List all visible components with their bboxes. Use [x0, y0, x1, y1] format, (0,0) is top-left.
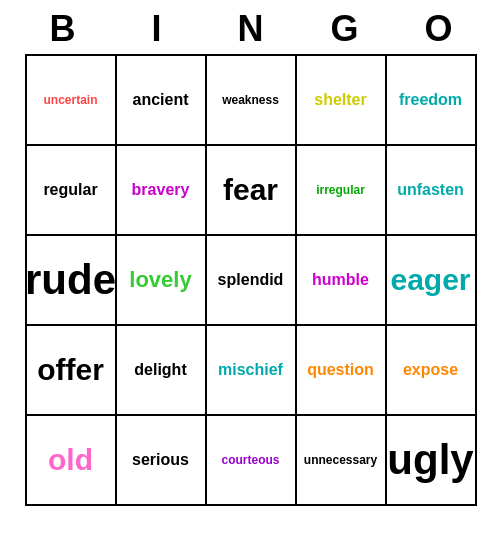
bingo-cell-4: freedom: [387, 56, 477, 146]
bingo-cell-11: lovely: [117, 236, 207, 326]
bingo-cell-16: delight: [117, 326, 207, 416]
bingo-cell-23: unnecessary: [297, 416, 387, 506]
bingo-cell-3: shelter: [297, 56, 387, 146]
header-letter-O: O: [396, 8, 482, 50]
bingo-cell-9: unfasten: [387, 146, 477, 236]
bingo-cell-19: expose: [387, 326, 477, 416]
bingo-cell-5: regular: [27, 146, 117, 236]
bingo-cell-8: irregular: [297, 146, 387, 236]
header-letter-N: N: [208, 8, 294, 50]
bingo-cell-10: rude: [27, 236, 117, 326]
bingo-cell-21: serious: [117, 416, 207, 506]
bingo-cell-12: splendid: [207, 236, 297, 326]
header-letter-B: B: [20, 8, 106, 50]
bingo-cell-18: question: [297, 326, 387, 416]
bingo-header: BINGO: [16, 0, 486, 54]
bingo-cell-24: ugly: [387, 416, 477, 506]
bingo-cell-17: mischief: [207, 326, 297, 416]
bingo-cell-2: weakness: [207, 56, 297, 146]
bingo-cell-22: courteous: [207, 416, 297, 506]
header-letter-G: G: [302, 8, 388, 50]
bingo-cell-0: uncertain: [27, 56, 117, 146]
bingo-cell-13: humble: [297, 236, 387, 326]
bingo-cell-7: fear: [207, 146, 297, 236]
bingo-cell-6: bravery: [117, 146, 207, 236]
bingo-cell-14: eager: [387, 236, 477, 326]
bingo-grid: uncertainancientweaknessshelterfreedomre…: [25, 54, 477, 506]
header-letter-I: I: [114, 8, 200, 50]
bingo-cell-15: offer: [27, 326, 117, 416]
bingo-cell-20: old: [27, 416, 117, 506]
bingo-cell-1: ancient: [117, 56, 207, 146]
